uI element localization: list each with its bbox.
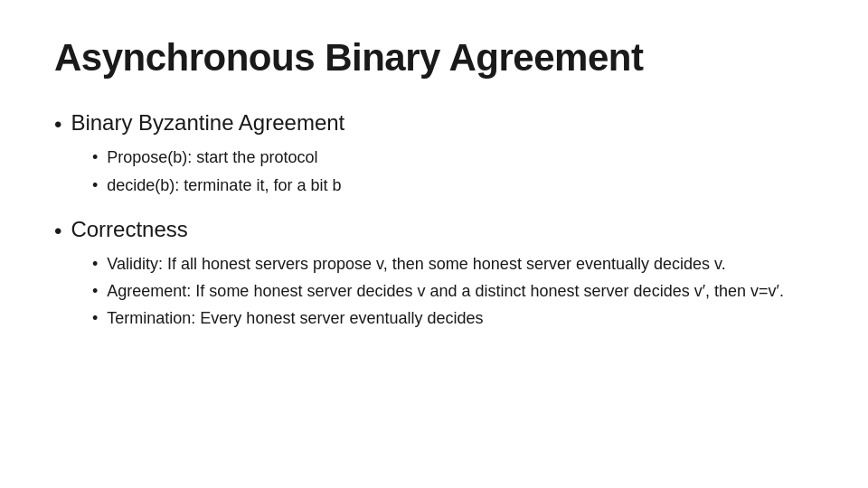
list-item: Agreement: If some honest server decides… — [92, 279, 814, 303]
section-correctness-label: Correctness — [54, 217, 814, 245]
section-binary-byzantine: Binary Byzantine Agreement Propose(b): s… — [54, 110, 814, 196]
list-item: Propose(b): start the protocol — [92, 145, 814, 169]
slide-title: Asynchronous Binary Agreement — [54, 36, 814, 80]
list-item: Termination: Every honest server eventua… — [92, 306, 814, 330]
section-correctness: Correctness Validity: If all honest serv… — [54, 217, 814, 330]
section-binary-byzantine-label: Binary Byzantine Agreement — [54, 110, 814, 138]
list-item: Validity: If all honest servers propose … — [92, 252, 814, 276]
content-area: Binary Byzantine Agreement Propose(b): s… — [54, 105, 814, 330]
section-correctness-bullets: Validity: If all honest servers propose … — [92, 252, 814, 330]
list-item: decide(b): terminate it, for a bit b — [92, 174, 814, 197]
section-binary-byzantine-bullets: Propose(b): start the protocol decide(b)… — [92, 145, 814, 196]
slide: Asynchronous Binary Agreement Binary Byz… — [0, 0, 868, 488]
